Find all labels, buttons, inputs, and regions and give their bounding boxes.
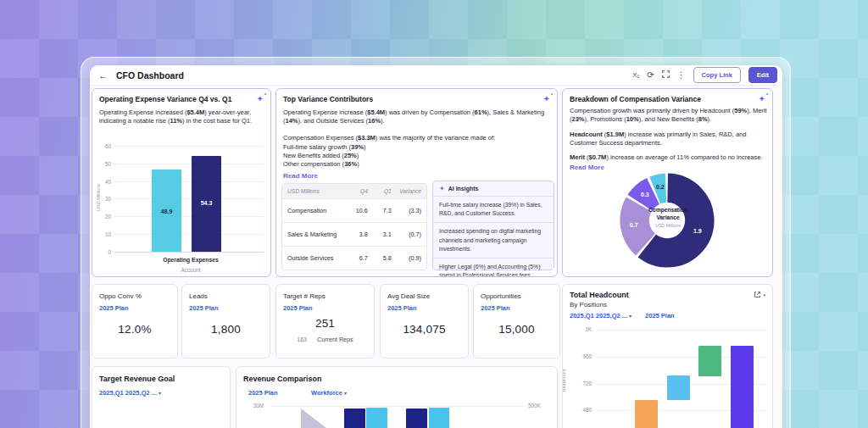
- kpi-current-value: 163: [297, 336, 307, 342]
- donut-center-title: Compensation: [637, 207, 698, 214]
- revenue-bar-plan-1[interactable]: [344, 409, 365, 428]
- kpi-plan-link[interactable]: 2025 Plan: [189, 304, 263, 312]
- plan-link[interactable]: 2025 Plan: [645, 312, 675, 320]
- revenue-bar-workforce-2[interactable]: [429, 408, 449, 428]
- panel-paragraph-2: Compensation Expenses ($3.3M) was the ma…: [283, 134, 554, 142]
- col-variance: Variance: [392, 188, 421, 194]
- gridline: [114, 234, 264, 235]
- row-variance: (0.9): [392, 254, 421, 262]
- waterfall-bar-2[interactable]: [667, 375, 690, 400]
- compensation-donut-chart: 1.9 0.7 0.3 0.2 Compensation Variance US…: [617, 170, 717, 270]
- kpi-oppo-conv[interactable]: Oppo Conv % 2025 Plan 12.0%: [92, 284, 178, 359]
- bar-q1-label: 54.3: [192, 200, 221, 206]
- read-more-link[interactable]: Read More: [570, 164, 604, 171]
- kpi-opportunities[interactable]: Opportunities 2025 Plan 15,000: [473, 284, 560, 359]
- plan-link[interactable]: 2025 Plan: [248, 389, 278, 397]
- target-revenue-goal-card: Target Revenue Goal 2025,Q1 2025,Q2 ... …: [92, 366, 231, 428]
- fullscreen-icon[interactable]: [662, 70, 670, 80]
- waterfall-bar-3[interactable]: [698, 346, 721, 376]
- row-variance: (0.7): [392, 231, 421, 238]
- panel-variance-contributors: Top Variance Contributors ✦✦ Operating E…: [275, 88, 558, 277]
- gridline: [114, 216, 264, 217]
- kpi-avg-deal-size[interactable]: Avg Deal Size 2025 Plan 134,075: [380, 284, 469, 359]
- donut-center-label: Compensation Variance USD Millions: [637, 207, 698, 228]
- card-subtitle: By Positions: [570, 301, 607, 308]
- kpi-title: Avg Deal Size: [387, 292, 461, 300]
- ai-sparkle-icon: ✦✦: [759, 95, 765, 103]
- variance-table: USD Millions Q4 Q1 Variance Compensation…: [281, 183, 427, 270]
- panel-paragraph-1: Operating Expense increase ($5.4M) was d…: [283, 108, 554, 126]
- refresh-icon[interactable]: ⟳: [647, 71, 654, 80]
- kpi-current-label: Current Reps: [317, 336, 353, 343]
- y-tick: 50: [96, 161, 111, 167]
- kebab-menu-icon[interactable]: ⋮: [677, 71, 686, 80]
- row-q1: 3.1: [368, 231, 392, 238]
- ai-sparkle-icon: ✦✦: [257, 95, 264, 103]
- table-row[interactable]: Outside Services 6.7 5.8 (0.9): [282, 246, 426, 270]
- gridline: [597, 330, 766, 331]
- table-row[interactable]: Sales & Marketing 3.8 3.1 (0.7): [282, 222, 426, 246]
- donut-label-0.2: 0.2: [656, 184, 665, 190]
- kpi-target-reps[interactable]: Target # Reps 2025 Plan 251 163 Current …: [275, 284, 375, 359]
- left-axis-tick: 30M: [248, 403, 264, 409]
- row-variance: (3.3): [392, 207, 421, 214]
- col-usd-millions: USD Millions: [287, 188, 344, 194]
- row-label: Sales & Marketing: [287, 231, 344, 238]
- kpi-leads[interactable]: Leads 2025 Plan 1,800: [181, 284, 270, 359]
- row-q1: 7.3: [368, 207, 392, 214]
- read-more-link[interactable]: Read More: [283, 172, 318, 180]
- y-tick: 0: [96, 249, 111, 255]
- table-row[interactable]: Compensation 10.6 7.3 (3.3): [282, 198, 426, 222]
- y-tick: 30: [96, 196, 111, 202]
- page-title: CFO Dashboard: [116, 70, 184, 81]
- y-axis-label: Headcount: [562, 369, 566, 392]
- copy-link-button[interactable]: Copy Link: [693, 67, 741, 83]
- kpi-title: Leads: [189, 292, 263, 300]
- panel-title: Breakdown of Compensation Variance: [570, 95, 701, 103]
- y-tick: 40: [96, 179, 111, 185]
- panel-list-item: Full-time salary growth (39%): [283, 143, 366, 152]
- watermark-triangle: [301, 409, 326, 428]
- bar-q4-label: 48.9: [152, 208, 181, 214]
- quarter-filter-dropdown[interactable]: 2025,Q1 2025,Q2 ... ▾: [570, 312, 632, 320]
- ai-insights-box: ✦ AI Insights Full-time salary increase …: [432, 181, 554, 270]
- revenue-bar-plan-2[interactable]: [406, 409, 427, 428]
- dashboard-window: ← CFO Dashboard X₁ ⟳ ⋮ Copy Link Edit Op…: [90, 65, 782, 428]
- kpi-plan-link[interactable]: 2025 Plan: [283, 304, 367, 312]
- back-icon[interactable]: ←: [98, 70, 108, 81]
- insight-item: Full-time salary increase (39%) in Sales…: [433, 197, 554, 223]
- row-label: Compensation: [287, 207, 344, 214]
- edit-button[interactable]: Edit: [748, 67, 777, 83]
- revenue-comparison-card: Revenue Comparison 2025 Plan Workforce ▾…: [236, 366, 558, 428]
- kpi-plan-link[interactable]: 2025 Plan: [387, 304, 461, 312]
- insight-item: Higher Legal (6%) and Accounting (5%) sp…: [433, 258, 554, 277]
- y-tick: 1K: [576, 326, 592, 332]
- revenue-bar-workforce-1[interactable]: [366, 408, 387, 428]
- waterfall-bar-1[interactable]: [635, 400, 658, 428]
- card-title: Target Revenue Goal: [99, 375, 175, 383]
- row-q4: 10.6: [344, 207, 368, 214]
- chevron-down-icon: ▾: [344, 391, 347, 396]
- export-icon[interactable]: ▾: [754, 291, 765, 298]
- export-caret-icon: ▾: [763, 292, 765, 297]
- x-category-label: Operating Expenses: [131, 257, 250, 263]
- kpi-title: Target # Reps: [283, 292, 367, 300]
- kpi-plan-link[interactable]: 2025 Plan: [99, 304, 170, 312]
- panel-opex-variance: Operating Expense Variance Q4 vs. Q1 ✦✦ …: [92, 88, 271, 277]
- waterfall-bar-total[interactable]: [731, 346, 754, 428]
- x-axis-line: [114, 252, 264, 253]
- y-tick: 60: [96, 143, 111, 149]
- kpi-value: 15,000: [474, 323, 559, 336]
- ai-sparkle-icon: ✦✦: [543, 95, 550, 103]
- y-tick: 20: [96, 214, 111, 220]
- dimension-dropdown[interactable]: Workforce ▾: [311, 389, 347, 397]
- col-q4: Q4: [344, 188, 368, 194]
- variable-icon[interactable]: X₁: [632, 72, 639, 79]
- headcount-filters: 2025,Q1 2025,Q2 ... ▾ 2025 Plan: [570, 312, 675, 320]
- chevron-down-icon: ▾: [629, 314, 632, 319]
- gridline: [270, 406, 525, 407]
- quarter-filter-dropdown[interactable]: 2025,Q1 2025,Q2 ... ▾: [99, 389, 161, 397]
- dashboard-content: Operating Expense Variance Q4 vs. Q1 ✦✦ …: [90, 86, 782, 428]
- kpi-plan-link[interactable]: 2025 Plan: [481, 304, 553, 312]
- row-q4: 3.8: [344, 231, 368, 238]
